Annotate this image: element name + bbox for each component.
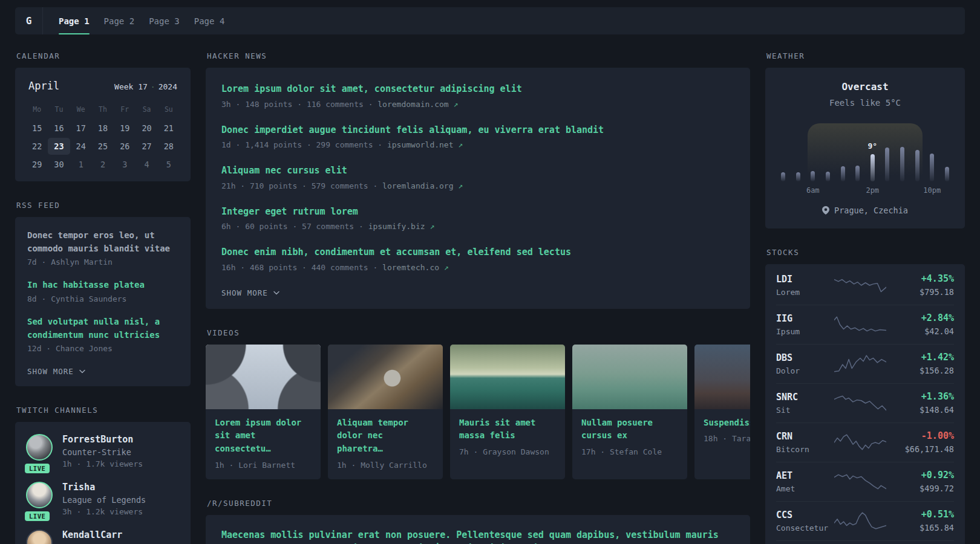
twitch-channel[interactable]: KendallCarr — [26, 529, 180, 544]
rss-article-link[interactable]: In hac habitasse platea — [27, 279, 178, 292]
time-axis-label: 6am — [806, 186, 820, 195]
stock-row: SNRCSit+1.36%$148.64 — [776, 383, 954, 423]
calendar-selected-day: 23 — [48, 138, 70, 155]
story-domain-link[interactable]: loremtech.co ↗ — [382, 263, 449, 272]
twitch-card: LIVEForrestBurtonCounter-Strike1h · 1.7k… — [15, 422, 191, 544]
external-link-arrow-icon: ↗ — [454, 100, 459, 109]
hackernews-widget: HACKER NEWS Lorem ipsum dolor sit amet, … — [206, 51, 750, 309]
rss-article-meta: 12d · Chance Jones — [27, 344, 178, 353]
calendar-year-label: 2024 — [158, 82, 177, 91]
stock-ticker: CRN — [776, 431, 834, 442]
rss-article-meta: 7d · Ashlyn Martin — [27, 257, 178, 267]
calendar-day: 15 — [26, 120, 48, 137]
hackernews-show-more-button[interactable]: SHOW MORE — [221, 288, 280, 297]
story-title-link[interactable]: Donec imperdiet augue tincidunt felis al… — [221, 123, 734, 137]
rss-show-more-button[interactable]: SHOW MORE — [27, 367, 86, 376]
videos-widget: VIDEOS Lorem ipsum dolor sit amet consec… — [206, 328, 750, 479]
current-temperature-label: 9° — [867, 141, 877, 151]
rss-article-link[interactable]: Sed volutpat nulla nisl, a condimentum n… — [27, 316, 178, 342]
story-domain-link[interactable]: loremlandia.org ↗ — [382, 181, 463, 190]
stock-price: $42.04 — [886, 326, 954, 336]
story-title-link[interactable]: Aliquam nec cursus elit — [221, 164, 734, 178]
stock-change-percent: +0.51% — [886, 509, 954, 520]
live-badge: LIVE — [25, 464, 50, 473]
video-card[interactable]: Mauris sit amet massa felis7h · Grayson … — [450, 345, 565, 479]
hackernews-list: Lorem ipsum dolor sit amet, consectetur … — [221, 82, 734, 272]
story-meta: 6h · 60 points · 57 comments · ipsumify.… — [221, 222, 734, 231]
video-meta: 7h · Grayson Dawson — [450, 442, 565, 466]
twitch-channel[interactable]: LIVETrishaLeague of Legends3h · 1.2k vie… — [26, 482, 180, 516]
stocks-card: LDILorem+4.35%$795.18IIGIpsum+2.84%$42.0… — [765, 264, 965, 544]
tab-page-3[interactable]: Page 3 — [149, 7, 180, 34]
stock-sparkline — [834, 354, 886, 374]
weather-widget: WEATHER Overcast Feels like 5°C 6am9°2pm… — [765, 51, 965, 228]
story-title-link[interactable]: Donec enim nibh, condimentum et accumsan… — [221, 245, 734, 259]
calendar-widget: CALENDAR April Week 17·2024 MoTuWeThFrSa… — [15, 51, 191, 181]
stock-row: CCSConsectetur+0.51%$165.84 — [776, 501, 954, 540]
story-meta: 1d · 1,414 points · 299 comments · ipsum… — [221, 140, 734, 149]
story-domain-link[interactable]: ipsumify.biz ↗ — [368, 222, 435, 231]
stock-values: +1.36%$148.64 — [886, 391, 954, 415]
stock-name: Bitcorn — [776, 445, 834, 454]
video-title: Suspendisse diam — [694, 409, 750, 430]
calendar-day: 29 — [26, 156, 48, 173]
temperature-bar — [900, 147, 904, 181]
story-title-link[interactable]: Integer eget rutrum lorem — [221, 205, 734, 219]
stock-sparkline — [834, 275, 886, 296]
time-axis-label: 10pm — [923, 186, 941, 195]
rss-card: Donec tempor eros leo, ut commodo mauris… — [15, 217, 191, 386]
stock-price: $165.84 — [886, 523, 954, 533]
video-card[interactable]: Lorem ipsum dolor sit amet consectetu…1h… — [206, 345, 321, 479]
tab-page-4[interactable]: Page 4 — [194, 7, 225, 34]
calendar-day-header: Mo — [26, 102, 48, 118]
calendar-day: 5 — [158, 156, 180, 173]
dashboard-grid: CALENDAR April Week 17·2024 MoTuWeThFrSa… — [15, 51, 965, 544]
stock-values: +4.35%$795.18 — [886, 273, 954, 297]
video-meta: 1h · Lori Barnett — [206, 456, 321, 479]
story-title-link[interactable]: Maecenas mollis pulvinar erat non posuer… — [221, 528, 734, 544]
tab-page-2[interactable]: Page 2 — [104, 7, 135, 34]
calendar-day-header: Tu — [48, 102, 70, 118]
temperature-bar — [796, 172, 800, 181]
calendar-section-title: CALENDAR — [16, 51, 191, 60]
stock-name: Amet — [776, 484, 834, 493]
weather-location-label: Prague, Czechia — [834, 206, 908, 215]
avatar-wrap: LIVE — [26, 434, 53, 468]
twitch-widget: TWITCH CHANNELS LIVEForrestBurtonCounter… — [15, 406, 191, 544]
video-card[interactable]: Nullam posuere cursus ex17h · Stefan Col… — [572, 345, 687, 479]
calendar-header: April Week 17·2024 — [26, 79, 180, 92]
subreddit-section-title: /R/SUBREDDIT — [207, 499, 750, 508]
weather-hour-slot: 9°2pm — [871, 128, 875, 181]
weather-hour-slot — [826, 128, 830, 181]
video-card[interactable]: Suspendisse diam18h · Tara — [694, 345, 750, 479]
temperature-bar — [811, 171, 815, 181]
stock-values: +0.92%$499.72 — [886, 470, 954, 493]
story-item: Lorem ipsum dolor sit amet, consectetur … — [221, 82, 734, 109]
tab-page-1[interactable]: Page 1 — [59, 7, 90, 34]
stock-name: Sit — [776, 406, 834, 415]
weather-hour-slot — [945, 128, 949, 181]
avatar-wrap — [26, 529, 53, 544]
app-logo[interactable]: G — [15, 7, 43, 34]
rss-article-link[interactable]: Donec tempor eros leo, ut commodo mauris… — [27, 229, 178, 255]
calendar-day-header: Th — [92, 102, 114, 118]
calendar-day-header: Su — [158, 102, 180, 118]
middle-column: HACKER NEWS Lorem ipsum dolor sit amet, … — [206, 51, 750, 544]
stock-ticker: CCS — [776, 510, 834, 520]
video-card[interactable]: Aliquam tempor dolor nec pharetra…1h · M… — [328, 345, 443, 479]
rss-section-title: RSS FEED — [16, 201, 191, 210]
story-domain-link[interactable]: ipsumworld.net ↗ — [387, 140, 463, 149]
video-title: Aliquam tempor dolor nec pharetra… — [328, 409, 443, 456]
calendar-day: 16 — [48, 120, 70, 137]
twitch-channel[interactable]: LIVEForrestBurtonCounter-Strike1h · 1.7k… — [26, 434, 180, 468]
stock-identity: DBSDolor — [776, 352, 834, 375]
stock-price: $156.28 — [886, 366, 954, 375]
story-title-link[interactable]: Lorem ipsum dolor sit amet, consectetur … — [221, 82, 734, 96]
show-more-label: SHOW MORE — [221, 288, 268, 297]
temperature-bar — [930, 154, 934, 181]
twitch-section-title: TWITCH CHANNELS — [16, 406, 191, 415]
story-domain-link[interactable]: loremdomain.com ↗ — [377, 100, 458, 109]
weather-hour-slot — [900, 128, 904, 181]
calendar-day: 25 — [92, 138, 114, 155]
calendar-day: 19 — [114, 120, 136, 137]
